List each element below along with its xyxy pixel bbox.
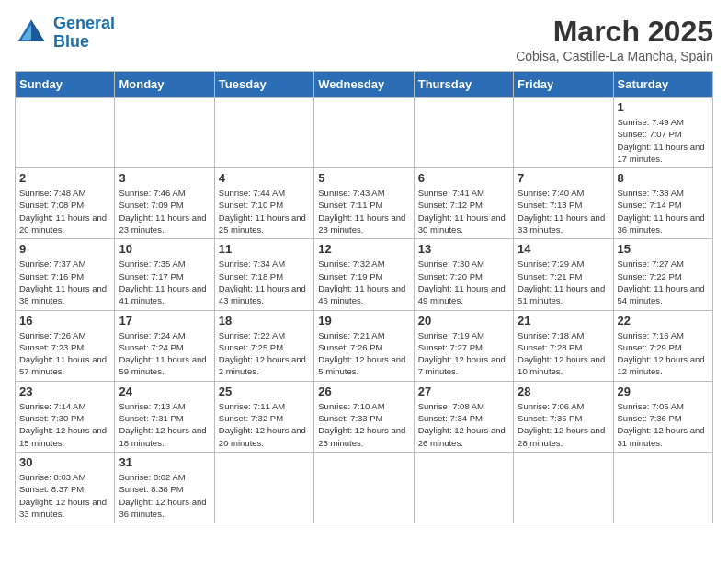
day-number: 4: [219, 171, 310, 185]
day-number: 8: [618, 171, 709, 185]
calendar-cell: [16, 98, 115, 168]
day-info: Sunrise: 7:08 AMSunset: 7:34 PMDaylight:…: [418, 400, 509, 449]
day-number: 9: [19, 242, 110, 256]
calendar-cell: 10Sunrise: 7:35 AMSunset: 7:17 PMDayligh…: [115, 239, 214, 310]
calendar-cell: 28Sunrise: 7:06 AMSunset: 7:35 PMDayligh…: [514, 381, 613, 452]
day-info: Sunrise: 7:41 AMSunset: 7:12 PMDaylight:…: [418, 187, 509, 236]
day-number: 14: [518, 242, 609, 256]
day-info: Sunrise: 7:37 AMSunset: 7:16 PMDaylight:…: [19, 258, 110, 306]
calendar-cell: 1Sunrise: 7:49 AMSunset: 7:07 PMDaylight…: [613, 98, 712, 168]
day-info: Sunrise: 7:21 AMSunset: 7:26 PMDaylight:…: [318, 329, 409, 378]
calendar-cell: 13Sunrise: 7:30 AMSunset: 7:20 PMDayligh…: [414, 239, 513, 310]
day-info: Sunrise: 7:38 AMSunset: 7:14 PMDaylight:…: [618, 187, 709, 236]
calendar-cell: [414, 452, 513, 523]
calendar-cell: 7Sunrise: 7:40 AMSunset: 7:13 PMDaylight…: [514, 168, 613, 239]
logo-icon: [15, 17, 48, 50]
calendar-table: SundayMondayTuesdayWednesdayThursdayFrid…: [15, 71, 713, 523]
location: Cobisa, Castille-La Mancha, Spain: [516, 49, 713, 63]
calendar-cell: 15Sunrise: 7:27 AMSunset: 7:22 PMDayligh…: [613, 239, 712, 310]
day-info: Sunrise: 7:18 AMSunset: 7:28 PMDaylight:…: [518, 329, 609, 378]
calendar-cell: 3Sunrise: 7:46 AMSunset: 7:09 PMDaylight…: [115, 168, 214, 239]
calendar-cell: 6Sunrise: 7:41 AMSunset: 7:12 PMDaylight…: [414, 168, 513, 239]
day-info: Sunrise: 7:11 AMSunset: 7:32 PMDaylight:…: [219, 400, 310, 449]
day-number: 20: [418, 314, 509, 327]
calendar-cell: [214, 452, 313, 523]
calendar-cell: 25Sunrise: 7:11 AMSunset: 7:32 PMDayligh…: [214, 381, 313, 452]
calendar-cell: 27Sunrise: 7:08 AMSunset: 7:34 PMDayligh…: [414, 381, 513, 452]
calendar-cell: 24Sunrise: 7:13 AMSunset: 7:31 PMDayligh…: [115, 381, 214, 452]
day-info: Sunrise: 7:49 AMSunset: 7:07 PMDaylight:…: [618, 116, 709, 165]
month-year: March 2025: [516, 15, 713, 49]
day-number: 2: [19, 171, 110, 185]
calendar-cell: 14Sunrise: 7:29 AMSunset: 7:21 PMDayligh…: [514, 239, 613, 310]
calendar-cell: 30Sunrise: 8:03 AMSunset: 8:37 PMDayligh…: [16, 452, 115, 523]
day-number: 16: [19, 314, 110, 327]
day-info: Sunrise: 7:24 AMSunset: 7:24 PMDaylight:…: [119, 329, 210, 378]
day-info: Sunrise: 7:19 AMSunset: 7:27 PMDaylight:…: [418, 329, 509, 378]
calendar-cell: 26Sunrise: 7:10 AMSunset: 7:33 PMDayligh…: [314, 381, 414, 452]
day-number: 3: [119, 171, 210, 185]
calendar-cell: 11Sunrise: 7:34 AMSunset: 7:18 PMDayligh…: [214, 239, 313, 310]
calendar-cell: 9Sunrise: 7:37 AMSunset: 7:16 PMDaylight…: [16, 239, 115, 310]
calendar-week-5: 30Sunrise: 8:03 AMSunset: 8:37 PMDayligh…: [16, 452, 713, 523]
day-number: 18: [219, 314, 310, 327]
day-number: 24: [119, 385, 210, 398]
calendar-cell: 5Sunrise: 7:43 AMSunset: 7:11 PMDaylight…: [314, 168, 414, 239]
svg-marker-2: [31, 19, 44, 40]
day-number: 15: [618, 242, 709, 256]
calendar-week-2: 9Sunrise: 7:37 AMSunset: 7:16 PMDaylight…: [16, 239, 713, 310]
day-number: 12: [318, 242, 409, 256]
calendar-cell: 4Sunrise: 7:44 AMSunset: 7:10 PMDaylight…: [214, 168, 313, 239]
day-info: Sunrise: 7:10 AMSunset: 7:33 PMDaylight:…: [318, 400, 409, 449]
day-number: 23: [19, 385, 110, 398]
day-info: Sunrise: 7:46 AMSunset: 7:09 PMDaylight:…: [119, 187, 210, 236]
day-number: 22: [618, 314, 709, 327]
day-info: Sunrise: 7:35 AMSunset: 7:17 PMDaylight:…: [119, 258, 210, 306]
day-info: Sunrise: 7:48 AMSunset: 7:08 PMDaylight:…: [19, 187, 110, 236]
calendar-cell: [314, 98, 414, 168]
day-info: Sunrise: 7:22 AMSunset: 7:25 PMDaylight:…: [219, 329, 310, 378]
calendar-week-4: 23Sunrise: 7:14 AMSunset: 7:30 PMDayligh…: [16, 381, 713, 452]
calendar-week-3: 16Sunrise: 7:26 AMSunset: 7:23 PMDayligh…: [16, 310, 713, 381]
day-info: Sunrise: 7:29 AMSunset: 7:21 PMDaylight:…: [518, 258, 609, 306]
weekday-header-thursday: Thursday: [414, 72, 513, 98]
day-number: 28: [518, 385, 609, 398]
day-info: Sunrise: 7:43 AMSunset: 7:11 PMDaylight:…: [318, 187, 409, 236]
calendar-cell: 2Sunrise: 7:48 AMSunset: 7:08 PMDaylight…: [16, 168, 115, 239]
calendar-cell: 19Sunrise: 7:21 AMSunset: 7:26 PMDayligh…: [314, 310, 414, 381]
calendar-cell: 29Sunrise: 7:05 AMSunset: 7:36 PMDayligh…: [613, 381, 712, 452]
day-info: Sunrise: 7:32 AMSunset: 7:19 PMDaylight:…: [318, 258, 409, 306]
logo-text: General Blue: [53, 15, 115, 52]
calendar-cell: 20Sunrise: 7:19 AMSunset: 7:27 PMDayligh…: [414, 310, 513, 381]
day-number: 13: [418, 242, 509, 256]
day-info: Sunrise: 7:30 AMSunset: 7:20 PMDaylight:…: [418, 258, 509, 306]
calendar-cell: 18Sunrise: 7:22 AMSunset: 7:25 PMDayligh…: [214, 310, 313, 381]
day-info: Sunrise: 8:03 AMSunset: 8:37 PMDaylight:…: [19, 471, 110, 520]
day-number: 10: [119, 242, 210, 256]
day-number: 30: [19, 455, 110, 469]
weekday-header-monday: Monday: [115, 72, 214, 98]
day-info: Sunrise: 7:13 AMSunset: 7:31 PMDaylight:…: [119, 400, 210, 449]
calendar-cell: [514, 452, 613, 523]
calendar-cell: [514, 98, 613, 168]
day-number: 5: [318, 171, 409, 185]
calendar-cell: 22Sunrise: 7:16 AMSunset: 7:29 PMDayligh…: [613, 310, 712, 381]
calendar-cell: 8Sunrise: 7:38 AMSunset: 7:14 PMDaylight…: [613, 168, 712, 239]
day-info: Sunrise: 7:14 AMSunset: 7:30 PMDaylight:…: [19, 400, 110, 449]
weekday-header-row: SundayMondayTuesdayWednesdayThursdayFrid…: [16, 72, 713, 98]
weekday-header-friday: Friday: [514, 72, 613, 98]
day-number: 27: [418, 385, 509, 398]
calendar-cell: [414, 98, 513, 168]
day-number: 31: [119, 455, 210, 469]
day-number: 11: [219, 242, 310, 256]
calendar-cell: 23Sunrise: 7:14 AMSunset: 7:30 PMDayligh…: [16, 381, 115, 452]
calendar-cell: 16Sunrise: 7:26 AMSunset: 7:23 PMDayligh…: [16, 310, 115, 381]
calendar-week-1: 2Sunrise: 7:48 AMSunset: 7:08 PMDaylight…: [16, 168, 713, 239]
day-number: 25: [219, 385, 310, 398]
day-number: 29: [618, 385, 709, 398]
title-block: March 2025 Cobisa, Castille-La Mancha, S…: [516, 15, 713, 63]
day-number: 19: [318, 314, 409, 327]
calendar-cell: 21Sunrise: 7:18 AMSunset: 7:28 PMDayligh…: [514, 310, 613, 381]
weekday-header-tuesday: Tuesday: [214, 72, 313, 98]
day-info: Sunrise: 7:05 AMSunset: 7:36 PMDaylight:…: [618, 400, 709, 449]
